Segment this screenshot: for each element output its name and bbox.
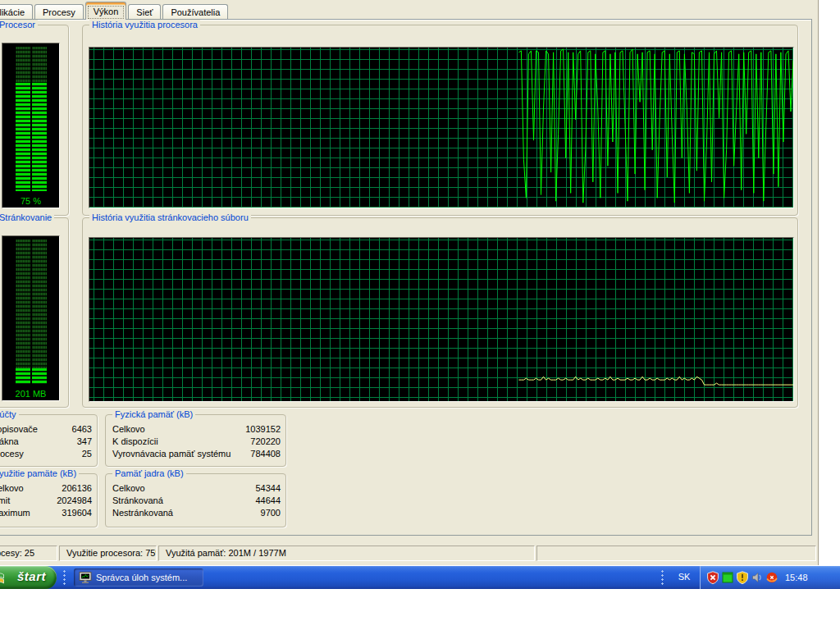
- pagefile-history-graph: [89, 237, 794, 402]
- pagefile-history-line: [89, 238, 793, 401]
- led-column: [16, 47, 30, 191]
- capture-white-margin: [0, 589, 840, 630]
- task-manager-window: Aplikácie Procesy Výkon Sieť Používateli…: [0, 0, 819, 565]
- led-dim-segment: [16, 240, 30, 384]
- commit-charge-group: Využitie pamäte (kB) Celkovo206136 Limit…: [0, 473, 98, 527]
- stat-value: 206136: [62, 482, 92, 495]
- stat-row: Popisovače6463: [0, 423, 97, 436]
- cpu-led-columns: [16, 47, 47, 191]
- green-app-icon[interactable]: [721, 571, 734, 584]
- stat-label: Maximum: [0, 507, 30, 519]
- taskbar-grip[interactable]: [661, 570, 665, 585]
- stat-row: Stránkovaná44644: [106, 495, 285, 507]
- taskbar-grip[interactable]: [63, 570, 67, 585]
- tab-focus-rect: [88, 6, 125, 19]
- clock[interactable]: 15:48: [785, 573, 808, 582]
- cpu-meter-group: Procesor 75 %: [0, 25, 69, 216]
- cpu-history-line: [89, 48, 793, 208]
- tab-label: Sieť: [136, 7, 153, 17]
- cpu-percent-label: 75 %: [2, 196, 59, 206]
- cpu-meter-title: Procesor: [0, 20, 38, 30]
- cpu-history-title: História využitia procesora: [89, 20, 200, 30]
- status-cpu-usage: Využitie procesora: 75%: [59, 546, 157, 561]
- led-lit-segment: [16, 83, 30, 191]
- tab-strip: Aplikácie Procesy Výkon Sieť Používateli…: [0, 2, 230, 20]
- tab-vykon[interactable]: Výkon: [85, 2, 127, 20]
- status-bar: Procesy: 25 Využitie procesora: 75% Využ…: [0, 544, 816, 563]
- security-warning-shield-icon[interactable]: [736, 571, 749, 584]
- tab-siet[interactable]: Sieť: [128, 4, 161, 20]
- stat-value: 319604: [62, 507, 92, 519]
- tab-pouzivatelia[interactable]: Používatelia: [162, 4, 228, 20]
- stat-row: Procesy25: [0, 448, 97, 460]
- start-button[interactable]: štart: [0, 566, 57, 589]
- taskbar: štart Správca úloh systém... SK: [0, 566, 840, 589]
- pagefile-meter-title: Stránkovanie: [0, 212, 54, 222]
- led-column: [16, 240, 30, 384]
- stat-value: 6463: [72, 423, 92, 436]
- cpu-history-group: História využitia procesora: [82, 25, 798, 216]
- stat-row: Celkovo206136: [0, 482, 97, 495]
- stat-label: K dispozícii: [112, 436, 158, 448]
- pagefile-history-group: História využitia stránkovacieho súboru: [82, 217, 798, 408]
- stat-row: Limit2024984: [0, 495, 97, 507]
- totals-title: Súčty: [0, 409, 19, 419]
- stat-label: Nestránkovaná: [112, 507, 173, 519]
- stat-value: 25: [82, 448, 92, 460]
- stat-row: Nestránkovaná9700: [106, 507, 285, 519]
- stat-row: Celkovo54344: [106, 482, 285, 495]
- stat-label: Celkovo: [0, 482, 24, 495]
- led-lit-segment: [16, 368, 30, 384]
- stat-row: Vyrovnávacia pamäť systému784408: [106, 448, 285, 460]
- stat-label: Vlákna: [0, 436, 19, 448]
- stat-label: Vyrovnávacia pamäť systému: [112, 448, 231, 460]
- tab-label: Procesy: [43, 7, 75, 17]
- tab-procesy[interactable]: Procesy: [34, 4, 84, 20]
- stat-value: 720220: [250, 436, 281, 448]
- stat-value: 347: [77, 436, 92, 448]
- physical-memory-title: Fyzická pamäť (kB): [112, 409, 195, 419]
- task-manager-icon: [79, 572, 92, 584]
- stat-row: Maximum319604: [0, 507, 97, 519]
- tab-label: Aplikácie: [0, 7, 25, 17]
- cpu-history-graph: [89, 47, 794, 208]
- stat-label: Celkovo: [112, 482, 145, 495]
- task-button-label: Správca úloh systém...: [96, 573, 187, 582]
- tab-label: Používatelia: [171, 7, 220, 17]
- stat-label: Popisovače: [0, 423, 38, 436]
- pagefile-led-meter: 201 MB: [2, 235, 60, 401]
- cpu-led-meter: 75 %: [2, 43, 60, 208]
- led-dim-segment: [32, 240, 47, 384]
- kernel-memory-title: Pamäť jadra (kB): [112, 468, 186, 478]
- stat-value: 784408: [250, 448, 281, 460]
- tab-aplikacie[interactable]: Aplikácie: [0, 4, 33, 20]
- stat-value: 9700: [261, 507, 281, 519]
- stat-row: Celkovo1039152: [106, 423, 285, 436]
- stat-value: 44644: [255, 495, 281, 507]
- stat-row: K dispozícii720220: [106, 436, 285, 448]
- stat-label: Stránkovaná: [112, 495, 163, 507]
- status-empty-panel: [536, 546, 816, 561]
- stat-value: 1039152: [245, 423, 281, 436]
- language-indicator[interactable]: SK: [671, 569, 697, 586]
- led-column: [32, 47, 47, 191]
- status-commit-charge: Využitá pamäť: 201M / 1977M: [158, 546, 535, 561]
- status-processes: Procesy: 25: [0, 546, 57, 561]
- red-ball-app-icon[interactable]: [765, 571, 778, 584]
- task-button-task-manager[interactable]: Správca úloh systém...: [74, 568, 203, 587]
- notification-area: 15:48: [700, 566, 840, 589]
- pagefile-history-title: História využitia stránkovacieho súboru: [89, 212, 251, 222]
- commit-charge-title: Využitie pamäte (kB): [0, 468, 79, 478]
- volume-icon[interactable]: [751, 571, 764, 584]
- stat-row: Vlákna347: [0, 436, 97, 448]
- start-button-label: štart: [17, 569, 46, 583]
- led-lit-segment: [32, 368, 47, 384]
- led-lit-segment: [32, 83, 47, 191]
- pagefile-led-columns: [16, 240, 47, 384]
- security-alert-shield-icon[interactable]: [706, 571, 719, 584]
- desktop-screen: Aplikácie Procesy Výkon Sieť Používateli…: [0, 0, 840, 630]
- pagefile-mb-label: 201 MB: [2, 389, 59, 399]
- kernel-memory-group: Pamäť jadra (kB) Celkovo54344 Stránkovan…: [105, 473, 286, 527]
- stat-value: 2024984: [57, 495, 92, 507]
- led-column: [32, 240, 47, 384]
